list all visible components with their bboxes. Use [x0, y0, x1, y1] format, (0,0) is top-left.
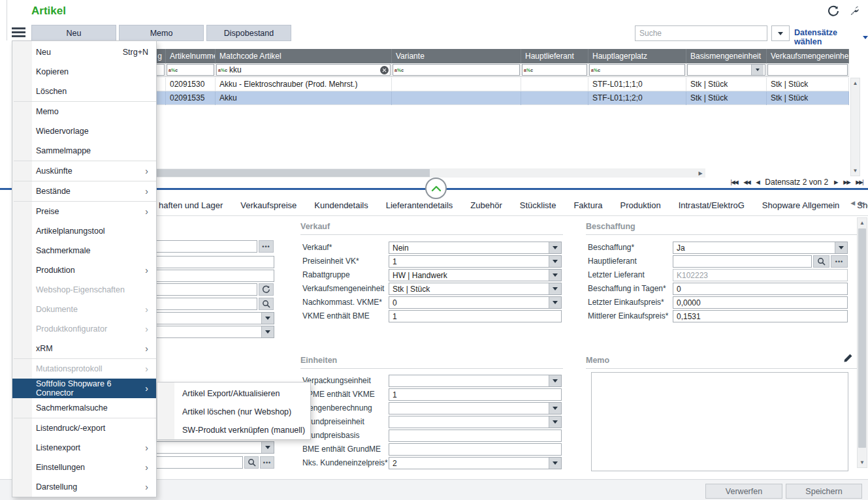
dropdown-button[interactable] — [261, 313, 274, 324]
detail-vertical-scrollbar[interactable]: ▲ ▼ — [857, 217, 867, 468]
clear-filter-icon[interactable] — [380, 66, 389, 74]
tab-lieferantendetails[interactable]: Lieferantendetails — [386, 200, 453, 210]
tab-stückliste[interactable]: Stückliste — [520, 200, 556, 210]
filter-input-basismengeneinheit[interactable] — [687, 64, 765, 76]
search-input[interactable] — [635, 25, 767, 41]
grid-vertical-scrollbar[interactable]: ▲ ▼ — [850, 78, 860, 176]
collapse-grid-button[interactable] — [425, 178, 447, 199]
next-record-icon[interactable]: ▶ — [834, 179, 837, 185]
search-filter-button[interactable] — [771, 25, 790, 41]
scroll-up-icon[interactable]: ▲ — [851, 78, 860, 88]
tab-zubehör[interactable]: Zubehör — [470, 200, 502, 210]
dropdown-button[interactable] — [835, 242, 847, 253]
column-header-artikelnummer[interactable]: Artikelnummer — [166, 49, 216, 63]
menu-item-neu[interactable]: NeuStrg+N — [12, 42, 156, 62]
save-button[interactable]: Speichern — [786, 484, 862, 499]
dropdown-button[interactable] — [549, 270, 561, 281]
field-input-grundpreiseinheit[interactable] — [389, 416, 562, 428]
memo-edit-pencil-icon[interactable] — [843, 353, 853, 365]
column-header-matchcode-artikel[interactable]: Matchcode Artikel — [216, 49, 392, 63]
dropdown-button[interactable] — [549, 458, 561, 469]
dropdown-button[interactable] — [549, 403, 561, 414]
refresh-icon[interactable] — [259, 283, 274, 296]
field-input-preiseinheit-vk[interactable]: 1 — [389, 255, 562, 268]
menu-item-sachmerkmalsuche[interactable]: Sachmerkmalsuche — [12, 398, 156, 418]
wrench-icon[interactable] — [849, 5, 860, 17]
scroll-up-icon[interactable]: ▲ — [858, 218, 867, 228]
dropdown-button[interactable] — [261, 326, 274, 337]
tabs-scroll-left-icon[interactable]: ◀ — [850, 200, 855, 206]
menu-item-löschen[interactable]: Löschen — [12, 82, 156, 101]
menu-item-listendruck-export[interactable]: Listendruck/-export — [12, 418, 156, 438]
prev-record-icon[interactable]: ◀ — [756, 179, 759, 185]
column-header-verkaufsmengeneinheit[interactable]: Verkaufsmengeneinheit — [767, 49, 849, 63]
column-header-hauptlieferant[interactable]: Hauptlieferant — [521, 49, 588, 63]
submenu-item-artikel-export-aktualisieren[interactable]: Artikel Export/Aktualisieren — [157, 384, 310, 403]
tab-intrastat-elektrog[interactable]: Intrastat/ElektroG — [679, 200, 745, 210]
last-record-icon[interactable]: ▶▶| — [856, 179, 863, 185]
tab-faktura[interactable]: Faktura — [573, 200, 602, 210]
submenu-item-artikel-löschen-nur-webshop[interactable]: Artikel löschen (nur Webshop) — [157, 403, 310, 421]
toolbar-button-neu[interactable]: Neu — [31, 25, 116, 41]
tabs-scroll-right-icon[interactable]: ▶ — [860, 200, 864, 206]
field-input-letzter-einkaufspreis[interactable]: 0,0000 — [673, 296, 848, 309]
scrollbar-thumb[interactable] — [858, 228, 866, 448]
menu-hamburger-icon[interactable] — [12, 27, 25, 38]
fast-prev-record-icon[interactable]: ◀◀ — [743, 179, 750, 185]
tab-kundendetails[interactable]: Kundendetails — [314, 200, 368, 210]
menu-item-darstellung[interactable]: Darstellung› — [12, 477, 156, 497]
menu-item-sammelmappe[interactable]: Sammelmappe — [12, 141, 156, 161]
refresh-icon[interactable] — [828, 5, 839, 17]
menu-item-einstellungen[interactable]: Einstellungen› — [12, 458, 156, 477]
scroll-down-icon[interactable]: ▼ — [851, 166, 860, 176]
field-input-rabattgruppe[interactable]: HW | Handwerk — [389, 269, 562, 281]
menu-item-xrm[interactable]: xRM› — [12, 339, 156, 358]
filter-input-hauptlieferant[interactable]: a%c — [522, 64, 587, 76]
field-input-verkauf[interactable]: Nein — [389, 242, 562, 254]
dropdown-button[interactable] — [549, 256, 561, 267]
field-input-vkme-enthält-bme[interactable]: 1 — [389, 310, 562, 322]
menu-item-listenexport[interactable]: Listenexport› — [12, 438, 156, 458]
field-input-letzter-lieferant[interactable]: K102223 — [673, 269, 848, 281]
filter-input-artikelnummer[interactable]: a%c — [167, 64, 214, 76]
column-header-basismengeneinheit[interactable]: Basismengeneinheit — [686, 49, 767, 63]
filter-dropdown-button[interactable] — [751, 65, 764, 75]
records-select-dropdown[interactable]: Datensätze wählen — [794, 28, 868, 46]
field-input-verpackungseinheit[interactable] — [389, 375, 562, 387]
dropdown-button[interactable] — [549, 242, 561, 253]
ellipsis-button[interactable]: ••• — [259, 240, 274, 253]
menu-item-preise[interactable]: Preise› — [12, 202, 156, 221]
dropdown-button[interactable] — [549, 416, 561, 428]
scroll-right-icon[interactable]: ▶ — [696, 168, 705, 178]
filter-input-hauptlagerplatz[interactable]: a%c — [589, 64, 685, 76]
fast-next-record-icon[interactable]: ▶▶ — [843, 179, 850, 185]
toolbar-button-memo[interactable]: Memo — [119, 25, 204, 41]
column-header-variante[interactable]: Variante — [392, 49, 521, 63]
search-icon[interactable] — [244, 456, 259, 469]
field-input-nks-kundeneinzelpreis[interactable]: 2 — [389, 457, 562, 469]
field-input-mittlerer-einkaufspreis[interactable]: 0,1531 — [673, 310, 848, 322]
menu-item-wiedervorlage[interactable]: Wiedervorlage — [12, 121, 156, 141]
dropdown-button[interactable] — [549, 375, 561, 386]
field-input-nachkommast-vkme[interactable]: 0 — [389, 296, 562, 309]
column-header-hauptlagerplatz[interactable]: Hauptlagerplatz — [588, 49, 686, 63]
menu-item-softfolio-shopware-6-connector[interactable]: Softfolio Shopware 6 Connector› — [12, 379, 156, 398]
field-input-grundpreisbasis[interactable] — [389, 430, 562, 442]
field-input-beschaffung-in-tagen[interactable]: 0 — [673, 283, 848, 295]
tab-haften-und-lager[interactable]: haften und Lager — [159, 200, 223, 210]
menu-item-bestände[interactable]: Bestände› — [12, 181, 156, 201]
menu-item-produktion[interactable]: Produktion› — [12, 260, 156, 280]
tab-produktion[interactable]: Produktion — [620, 200, 661, 210]
toolbar-button-dispobestand[interactable]: Dispobestand — [206, 25, 291, 41]
field-input-beschaffung[interactable]: Ja — [673, 242, 848, 254]
dropdown-button[interactable] — [549, 283, 561, 294]
dropdown-button[interactable] — [261, 442, 274, 453]
first-record-icon[interactable]: |◀◀ — [730, 179, 737, 185]
menu-item-sachmerkmale[interactable]: Sachmerkmale — [12, 241, 156, 260]
tab-verkaufspreise[interactable]: Verkaufspreise — [240, 200, 297, 210]
field-input-mengenberechnung[interactable] — [389, 402, 562, 414]
menu-item-kopieren[interactable]: Kopieren — [12, 62, 156, 82]
menu-item-memo[interactable]: Memo — [12, 102, 156, 121]
field-input-verkaufsmengeneinheit[interactable]: Stk | Stück — [389, 283, 562, 295]
submenu-item-sw-produkt-verknüpfen-manuell[interactable]: SW-Produkt verknüpfen (manuell) — [157, 421, 310, 439]
